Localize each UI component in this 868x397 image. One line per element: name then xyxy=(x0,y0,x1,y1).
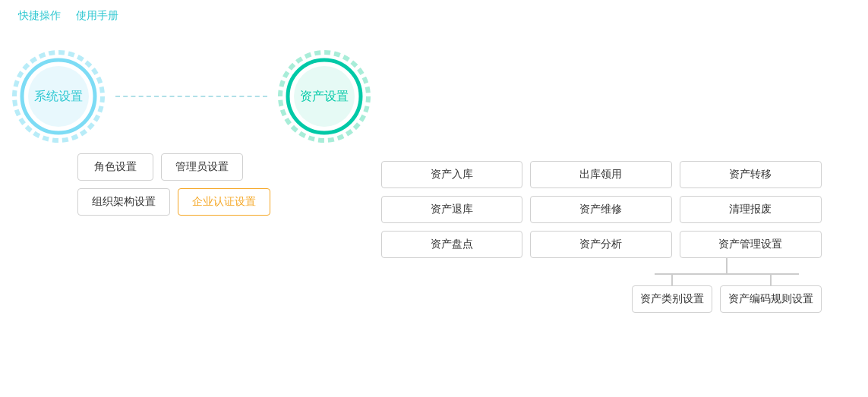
sub-branch-line-left xyxy=(671,273,673,285)
circles-connector-row: 系统设置 资产设置 xyxy=(47,47,336,146)
sub-branch-line-right xyxy=(770,273,772,285)
sub-fork: 资产类别设置 资产编码规则设置 xyxy=(632,273,822,313)
admin-settings-btn[interactable]: 管理员设置 xyxy=(161,153,243,181)
top-nav: 快捷操作 使用手册 xyxy=(0,0,868,32)
asset-in-btn[interactable]: 资产入库 xyxy=(381,161,523,188)
asset-return-btn[interactable]: 资产退库 xyxy=(381,196,523,223)
asset-settings-circle[interactable]: 资产设置 xyxy=(275,47,374,146)
sub-buttons-wrapper: 资产类别设置 资产编码规则设置 xyxy=(632,258,822,313)
role-settings-btn[interactable]: 角色设置 xyxy=(77,153,153,181)
system-settings-circle[interactable]: 系统设置 xyxy=(9,47,108,146)
sub-vertical-line xyxy=(726,258,728,273)
enterprise-auth-btn[interactable]: 企业认证设置 xyxy=(178,188,270,216)
nav-quick-ops[interactable]: 快捷操作 xyxy=(18,9,61,23)
asset-transfer-btn[interactable]: 资产转移 xyxy=(680,161,822,188)
asset-clear-btn[interactable]: 清理报废 xyxy=(680,196,822,223)
right-buttons-wrapper: 资产入库 出库领用 资产转移 资产退库 资产维修 清理报废 资产盘点 资产分析 … xyxy=(381,153,822,313)
nav-user-manual[interactable]: 使用手册 xyxy=(76,9,118,23)
sub-branch-right: 资产编码规则设置 xyxy=(720,273,822,313)
asset-category-btn[interactable]: 资产类别设置 xyxy=(632,285,712,313)
section-system-settings: 系统设置 资产设置 角色设置 管理员设置 组织架构设置 xyxy=(47,47,336,216)
asset-out-btn[interactable]: 出库领用 xyxy=(530,161,672,188)
sub-branch-left: 资产类别设置 xyxy=(632,273,712,313)
left-buttons-grid: 角色设置 管理员设置 组织架构设置 企业认证设置 xyxy=(62,153,320,216)
sub-horizontal-line xyxy=(655,273,799,275)
connector-dashed-line xyxy=(115,96,267,97)
right-buttons-grid: 资产入库 出库领用 资产转移 资产退库 资产维修 清理报废 资产盘点 资产分析 … xyxy=(381,161,822,258)
asset-inventory-btn[interactable]: 资产盘点 xyxy=(381,231,523,258)
org-settings-btn[interactable]: 组织架构设置 xyxy=(77,188,170,216)
asset-analysis-btn[interactable]: 资产分析 xyxy=(530,231,672,258)
sub-buttons-align: 资产类别设置 资产编码规则设置 xyxy=(528,258,822,313)
section-asset-settings: 资产入库 出库领用 资产转移 资产退库 资产维修 清理报废 资产盘点 资产分析 … xyxy=(381,47,822,313)
asset-code-rules-btn[interactable]: 资产编码规则设置 xyxy=(720,285,822,313)
main-content: 系统设置 资产设置 角色设置 管理员设置 组织架构设置 xyxy=(0,32,868,328)
asset-mgmt-settings-btn[interactable]: 资产管理设置 xyxy=(680,231,822,258)
asset-maintain-btn[interactable]: 资产维修 xyxy=(530,196,672,223)
sub-buttons-area: 资产类别设置 资产编码规则设置 xyxy=(381,258,822,313)
asset-settings-label: 资产设置 xyxy=(300,89,349,105)
system-settings-label: 系统设置 xyxy=(34,89,83,105)
